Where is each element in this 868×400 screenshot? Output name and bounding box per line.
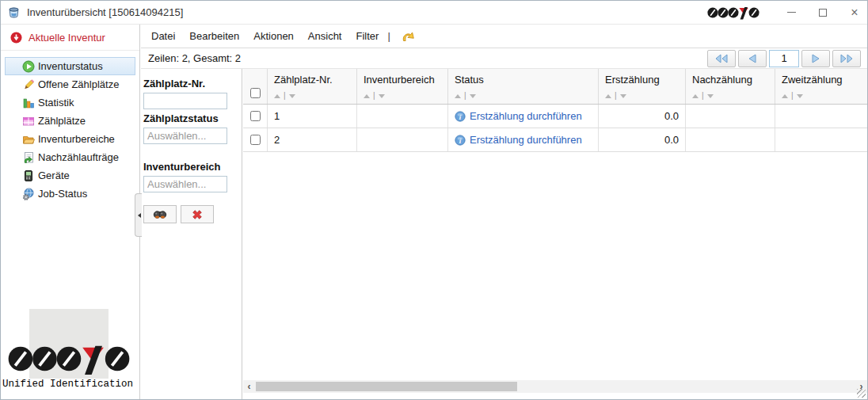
column-header-zaehlplatz-nr[interactable]: Zählplatz-Nr. | (268, 69, 357, 104)
info-icon: i (455, 135, 466, 146)
sort-separator: | (615, 92, 617, 100)
cosys-logo (5, 342, 133, 375)
sort-asc-icon[interactable] (605, 94, 611, 98)
cosys-logo-block: Unified Identification (1, 303, 140, 394)
sort-desc-icon[interactable] (797, 94, 803, 98)
rows-count-text: Zeilen: 2, Gesamt: 2 (148, 52, 241, 64)
scrollbar-thumb[interactable] (256, 382, 517, 391)
content: Datei Bearbeiten Aktionen Ansicht Filter… (141, 25, 867, 399)
sidebar-item-label: Geräte (38, 170, 70, 181)
sidebar-item-job-status[interactable]: Job-Status (1, 185, 139, 203)
column-label: Inventurbereich (364, 74, 435, 86)
maximize-button[interactable] (810, 1, 836, 24)
zaehlplatz-nr-input[interactable] (143, 93, 227, 109)
sidebar-item-label: Job-Status (38, 188, 87, 200)
sidebar-header-label: Aktuelle Inventur (29, 32, 105, 44)
sort-desc-icon[interactable] (470, 94, 476, 98)
last-page-icon (839, 53, 854, 64)
sidebar-item-nachzaehlauftraege[interactable]: Nachzählaufträge (1, 148, 139, 166)
previous-page-button[interactable] (738, 50, 767, 67)
last-page-button[interactable] (832, 50, 861, 67)
column-label: Nachzählung (692, 74, 752, 86)
sort-separator: | (702, 92, 704, 100)
previous-page-icon (747, 53, 758, 64)
row-checkbox[interactable] (250, 111, 261, 121)
menu-filter[interactable]: Filter (348, 27, 386, 45)
sidebar-item-label: Offene Zählplätze (38, 78, 119, 90)
horizontal-scrollbar: ‹ › (243, 380, 867, 393)
next-page-button[interactable] (801, 50, 830, 67)
refresh-button[interactable] (400, 29, 416, 44)
menu-ansicht[interactable]: Ansicht (301, 27, 349, 45)
row-checkbox[interactable] (250, 135, 261, 145)
column-header-erstzaehlung[interactable]: Erstzählung | (599, 69, 686, 104)
column-header-zweitzaehlung[interactable]: Zweitzählung | (775, 69, 867, 104)
window-resize-grip[interactable] (857, 389, 866, 398)
select-all-checkbox[interactable] (250, 88, 261, 98)
sidebar-item-inventurbereiche[interactable]: Inventurbereiche (1, 130, 139, 148)
sidebar-item-zaehlplaetze[interactable]: Zählplätze (1, 112, 139, 130)
sort-asc-icon[interactable] (364, 94, 370, 98)
minimize-button[interactable] (779, 1, 804, 24)
sidebar-item-label: Nachzählaufträge (38, 151, 119, 163)
table-row[interactable]: 1 i Erstzählung durchführen 0.0 (243, 105, 867, 128)
inventurbereich-select[interactable] (143, 176, 227, 192)
table-header-row: Zählplatz-Nr. | Inventurbereich | (243, 69, 867, 105)
column-label: Status (455, 74, 484, 86)
column-header-status[interactable]: Status | (448, 69, 599, 104)
sort-desc-icon[interactable] (707, 94, 714, 98)
column-header-nachzaehlung[interactable]: Nachzählung | (686, 69, 775, 104)
cell-zweitzaehlung (775, 128, 867, 151)
scrollbar-track[interactable] (255, 380, 855, 393)
sort-desc-icon[interactable] (379, 94, 385, 98)
cell-status: i Erstzählung durchführen (448, 128, 599, 151)
sort-desc-icon[interactable] (620, 94, 626, 98)
clear-filter-button[interactable] (181, 205, 214, 223)
sidebar-item-statistik[interactable]: Statistik (1, 93, 139, 112)
menu-bearbeiten[interactable]: Bearbeiten (182, 27, 246, 45)
page-number-input[interactable] (769, 50, 799, 67)
sort-asc-icon[interactable] (455, 94, 461, 98)
menubar: Datei Bearbeiten Aktionen Ansicht Filter… (141, 25, 867, 48)
scroll-left-arrow[interactable]: ‹ (243, 380, 255, 393)
column-header-inventurbereich[interactable]: Inventurbereich | (357, 69, 448, 104)
binoculars-icon (153, 208, 167, 221)
sidebar-item-label: Inventurbereiche (38, 133, 115, 145)
filter-collapse-tab[interactable] (135, 193, 142, 237)
red-download-circle-icon (10, 32, 22, 44)
cell-status: i Erstzählung durchführen (448, 105, 599, 128)
sort-separator: | (284, 92, 286, 100)
sort-asc-icon[interactable] (274, 94, 280, 98)
menu-datei[interactable]: Datei (144, 27, 182, 45)
column-label: Zweitzählung (782, 74, 843, 86)
table-row[interactable]: 2 i Erstzählung durchführen 0.0 (243, 128, 867, 152)
row-select-cell (243, 128, 268, 151)
cell-nachzaehlung (686, 105, 775, 128)
sort-asc-icon[interactable] (782, 94, 788, 98)
cell-zweitzaehlung (775, 105, 867, 128)
sort-desc-icon[interactable] (289, 94, 295, 98)
status-text: Erstzählung durchführen (470, 134, 582, 146)
sidebar-item-label: Statistik (38, 97, 74, 109)
close-button[interactable]: × (842, 1, 867, 24)
first-page-button[interactable] (707, 50, 736, 67)
refresh-icon (400, 29, 416, 44)
sort-separator: | (791, 92, 794, 100)
sort-asc-icon[interactable] (692, 94, 699, 98)
window-title: Inventurübersicht [150614094215] (27, 6, 183, 18)
sidebar-item-geraete[interactable]: Geräte (1, 166, 139, 185)
maximize-icon (819, 9, 827, 17)
sidebar-item-inventurstatus[interactable]: Inventurstatus (5, 57, 135, 75)
pagination (707, 50, 867, 67)
zaehlplatzstatus-select[interactable] (143, 128, 227, 144)
cell-nachzaehlung (686, 128, 775, 151)
titlebar: Inventurübersicht [150614094215] × (1, 1, 867, 25)
menu-aktionen[interactable]: Aktionen (246, 27, 301, 45)
cell-inventurbereich (357, 128, 448, 151)
sidebar-item-offene-zaehlplaetze[interactable]: Offene Zählplätze (1, 75, 139, 93)
filter-panel: Zählplatz-Nr. Zählplatzstatus Inventurbe… (141, 69, 242, 399)
sort-separator: | (464, 92, 466, 100)
search-button[interactable] (143, 205, 177, 223)
cosys-brand-logo (707, 6, 760, 20)
info-icon: i (455, 111, 466, 122)
